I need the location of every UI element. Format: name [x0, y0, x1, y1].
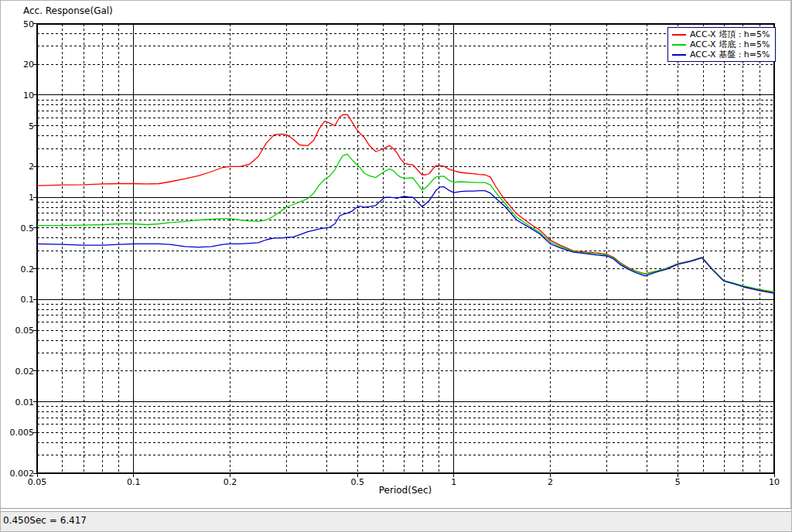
- svg-text:0.005: 0.005: [10, 428, 35, 438]
- svg-text:0.5: 0.5: [350, 477, 364, 487]
- svg-text:0.05: 0.05: [15, 326, 35, 336]
- svg-text:10: 10: [23, 90, 34, 101]
- svg-text:5: 5: [675, 477, 681, 487]
- svg-text:0.1: 0.1: [21, 295, 35, 305]
- chart-panel: 5020105210.50.20.10.050.020.010.0050.002…: [1, 1, 791, 509]
- svg-text:50: 50: [23, 19, 34, 29]
- legend-line-swatch: [672, 54, 686, 56]
- legend-label: ACC-X 塔頂 : h=5%: [690, 29, 770, 39]
- grid-minor: [37, 24, 774, 474]
- legend-entry: ACC-X 塔底 : h=5%: [672, 39, 770, 49]
- app-window: 5020105210.50.20.10.050.020.010.0050.002…: [0, 0, 792, 532]
- y-tick-labels: 5020105210.50.20.10.050.020.010.0050.002: [10, 19, 35, 479]
- grid-major: [37, 24, 774, 474]
- svg-text:0.02: 0.02: [15, 367, 35, 377]
- x-axis-title: Period(Sec): [379, 485, 432, 496]
- plot-frame: [37, 24, 774, 474]
- series-line-0: [37, 114, 774, 292]
- response-spectrum-plot[interactable]: 5020105210.50.20.10.050.020.010.0050.002…: [1, 1, 792, 509]
- svg-text:0.2: 0.2: [224, 477, 237, 487]
- legend-line-swatch: [672, 34, 686, 36]
- svg-text:0.2: 0.2: [21, 264, 35, 275]
- legend-label: ACC-X 基盤 : h=5%: [690, 49, 770, 60]
- svg-text:0.05: 0.05: [28, 477, 47, 487]
- svg-text:2: 2: [29, 162, 34, 172]
- legend-box: ACC-X 塔頂 : h=5%ACC-X 塔底 : h=5%ACC-X 基盤 :…: [667, 27, 776, 62]
- y-axis-title: Acc. Response(Gal): [23, 5, 113, 16]
- svg-text:5: 5: [29, 121, 34, 131]
- svg-text:0.1: 0.1: [127, 477, 141, 487]
- cursor-readout: 0.450Sec = 6.417: [3, 515, 87, 526]
- svg-text:10: 10: [769, 477, 780, 487]
- svg-text:0.01: 0.01: [15, 397, 35, 408]
- legend-entry: ACC-X 基盤 : h=5%: [672, 49, 770, 60]
- series-line-1: [37, 154, 774, 292]
- series-line-2: [37, 186, 774, 293]
- svg-text:1: 1: [29, 193, 34, 203]
- legend-entry: ACC-X 塔頂 : h=5%: [672, 29, 770, 39]
- svg-text:2: 2: [548, 477, 553, 487]
- svg-text:0.5: 0.5: [21, 223, 35, 234]
- status-bar: 0.450Sec = 6.417: [1, 511, 791, 532]
- legend-line-swatch: [672, 44, 686, 46]
- svg-text:1: 1: [451, 477, 456, 487]
- svg-text:20: 20: [23, 60, 34, 70]
- legend-label: ACC-X 塔底 : h=5%: [690, 39, 770, 49]
- axis-ticks: [33, 24, 774, 478]
